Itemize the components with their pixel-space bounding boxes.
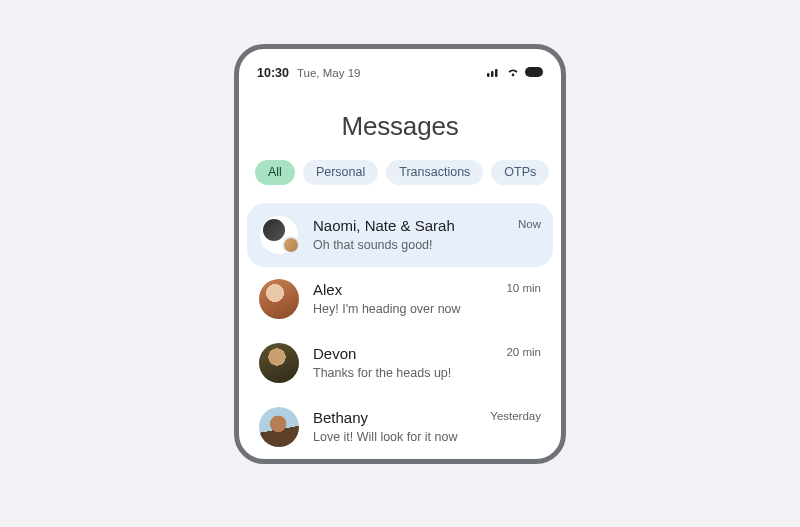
- conversation-title: Alex: [313, 281, 492, 300]
- conversation-title: Naomi, Nate & Sarah: [313, 217, 504, 236]
- avatar: [259, 343, 299, 383]
- wifi-icon: [506, 66, 520, 80]
- conversation-main: Devon Thanks for the heads up!: [313, 345, 492, 380]
- page-header: Messages: [239, 83, 561, 160]
- status-time: 10:30: [257, 66, 289, 80]
- avatar: [259, 407, 299, 447]
- conversation-time: Yesterday: [490, 410, 541, 422]
- page-title: Messages: [239, 111, 561, 142]
- conversation-title: Devon: [313, 345, 492, 364]
- conversation-main: Bethany Love it! Will look for it now: [313, 409, 476, 444]
- status-bar: 10:30 Tue, May 19: [239, 63, 561, 83]
- conversation-row[interactable]: Naomi, Nate & Sarah Oh that sounds good!…: [247, 203, 553, 267]
- conversation-row[interactable]: Alex Hey! I'm heading over now 10 min: [247, 267, 553, 331]
- signal-icon: [487, 66, 501, 80]
- phone-frame: 10:30 Tue, May 19 Messages All Personal …: [234, 44, 566, 464]
- avatar-group: [259, 215, 299, 255]
- status-left: 10:30 Tue, May 19: [257, 66, 360, 80]
- status-icons: [487, 66, 545, 80]
- conversation-main: Naomi, Nate & Sarah Oh that sounds good!: [313, 217, 504, 252]
- conversation-time: 20 min: [506, 346, 541, 358]
- svg-rect-2: [495, 69, 498, 77]
- svg-rect-1: [491, 71, 494, 77]
- conversation-list: Naomi, Nate & Sarah Oh that sounds good!…: [239, 203, 561, 459]
- conversation-title: Bethany: [313, 409, 476, 428]
- battery-icon: [525, 66, 545, 80]
- svg-rect-3: [525, 67, 543, 77]
- conversation-row[interactable]: Devon Thanks for the heads up! 20 min: [247, 331, 553, 395]
- filter-tabs: All Personal Transactions OTPs: [239, 160, 561, 203]
- tab-all[interactable]: All: [255, 160, 295, 185]
- conversation-row[interactable]: Bethany Love it! Will look for it now Ye…: [247, 395, 553, 459]
- tab-personal[interactable]: Personal: [303, 160, 378, 185]
- svg-rect-0: [487, 73, 490, 77]
- tab-transactions[interactable]: Transactions: [386, 160, 483, 185]
- avatar: [259, 279, 299, 319]
- conversation-preview: Love it! Will look for it now: [313, 430, 476, 444]
- status-date: Tue, May 19: [297, 67, 361, 79]
- conversation-preview: Thanks for the heads up!: [313, 366, 492, 380]
- conversation-preview: Hey! I'm heading over now: [313, 302, 492, 316]
- conversation-main: Alex Hey! I'm heading over now: [313, 281, 492, 316]
- conversation-time: Now: [518, 218, 541, 230]
- conversation-preview: Oh that sounds good!: [313, 238, 504, 252]
- conversation-time: 10 min: [506, 282, 541, 294]
- tab-otps[interactable]: OTPs: [491, 160, 549, 185]
